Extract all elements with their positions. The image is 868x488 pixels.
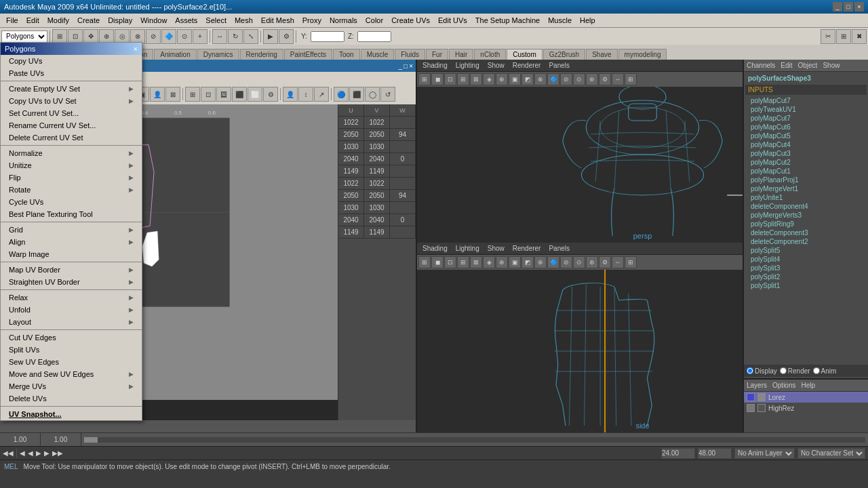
menu-mesh[interactable]: Mesh	[231, 16, 256, 25]
title-bar-controls[interactable]: _ □ ×	[833, 2, 864, 12]
polygons-menu-close-icon[interactable]: ×	[134, 45, 138, 53]
uv-tb-10[interactable]: ⚙	[263, 87, 278, 102]
menu-normals[interactable]: Normals	[326, 16, 361, 25]
ch-polySplit5[interactable]: polySplit5	[745, 246, 867, 255]
uv-tb-9[interactable]: ⬜	[248, 87, 262, 102]
ch-polyMapCut5[interactable]: polyMapCut5	[745, 131, 867, 140]
vp-bot-btn-15[interactable]: ⚙	[599, 256, 611, 268]
pb-next[interactable]: ▶	[44, 449, 50, 457]
uv-tb-scale2[interactable]: ↗	[314, 87, 329, 102]
uv-tb-img[interactable]: 🖼	[216, 87, 231, 102]
vp-top-btn-10[interactable]: ⊗	[534, 73, 547, 85]
vp-top-btn-17[interactable]: ⊞	[625, 73, 637, 85]
menu-paste-uvs[interactable]: Paste UVs	[1, 67, 142, 79]
menu-create[interactable]: Create	[74, 16, 103, 25]
vp-top-btn-12[interactable]: ⊘	[560, 73, 572, 85]
vp-top-btn-5[interactable]: ⊠	[470, 73, 482, 85]
vp-top-btn-9[interactable]: ◩	[521, 73, 534, 85]
z-input[interactable]	[357, 31, 391, 42]
vp-top-btn-6[interactable]: ◈	[483, 73, 495, 85]
menu-help[interactable]: Help	[576, 16, 599, 25]
ch-deleteComponent4[interactable]: deleteComponent4	[745, 202, 867, 211]
uv-tb-11[interactable]: 🔵	[334, 87, 349, 102]
tab-painteffects[interactable]: PaintEffects	[284, 49, 332, 60]
anim-radio[interactable]	[813, 367, 820, 374]
menu-grid[interactable]: Grid ▶	[1, 224, 142, 236]
tab-rendering[interactable]: Rendering	[240, 49, 283, 60]
menu-assets[interactable]: Assets	[172, 16, 201, 25]
menu-move-sew-uv-edges[interactable]: Move and Sew UV Edges ▶	[1, 368, 142, 380]
menu-rename-uvset[interactable]: Rename Current UV Set...	[1, 119, 142, 131]
close-button[interactable]: ×	[854, 2, 864, 12]
tab-shave[interactable]: Shave	[586, 49, 617, 60]
uv-editor-controls[interactable]: _ □ ×	[399, 62, 413, 70]
ch-header-channels[interactable]: Channels	[747, 62, 775, 69]
vp-top-btn-16[interactable]: ↔	[612, 73, 624, 85]
menu-cut-uv-edges[interactable]: Cut UV Edges	[1, 331, 142, 344]
vp-bot-btn-17[interactable]: ⊞	[625, 256, 637, 268]
menu-uv-snapshot[interactable]: UV Snapshot...	[1, 408, 142, 420]
menu-edit-mesh[interactable]: Edit Mesh	[258, 16, 298, 25]
vp-top-btn-14[interactable]: ⊛	[586, 73, 598, 85]
menu-delete-uvs[interactable]: Delete UVs	[1, 392, 142, 405]
vp-top-btn-1[interactable]: ⊞	[418, 73, 431, 85]
vp-bot-panels[interactable]: Panels	[546, 245, 572, 252]
menu-warp-image[interactable]: Warp Image	[1, 248, 142, 260]
y-input[interactable]	[311, 31, 344, 42]
layers-header-layers[interactable]: Layers	[747, 382, 767, 389]
tb-extra-2[interactable]: ⊞	[836, 29, 851, 44]
menu-cycle-uvs[interactable]: Cycle UVs	[1, 196, 142, 208]
tab-dynamics[interactable]: Dynamics	[197, 49, 239, 60]
ch-deleteComponent3[interactable]: deleteComponent3	[745, 228, 867, 237]
menu-edit-uvs[interactable]: Edit UVs	[435, 16, 471, 25]
vp-bot-btn-8[interactable]: ▣	[509, 256, 521, 268]
anim-layer-select[interactable]: No Anim Layer	[734, 448, 795, 459]
uv-tb-person2[interactable]: 👤	[283, 87, 298, 102]
ch-polyMapCut1[interactable]: polyMapCut1	[745, 167, 867, 176]
tb-extra-1[interactable]: ✂	[821, 29, 835, 44]
menu-split-uvs[interactable]: Split UVs	[1, 344, 142, 356]
tb-rotate[interactable]: ↻	[228, 29, 243, 44]
uv-editor-close[interactable]: ×	[409, 62, 413, 70]
ch-polyMapCut7[interactable]: polyMapCut7	[745, 96, 867, 105]
vp-bot-btn-6[interactable]: ◈	[483, 256, 495, 268]
layers-header-options[interactable]: Options	[772, 382, 795, 389]
polygons-menu-window[interactable]: Polygons × Copy UVs Paste UVs Create Emp…	[0, 42, 142, 421]
menu-create-empty-uvset[interactable]: Create Empty UV Set ▶	[1, 83, 142, 95]
menu-proxy[interactable]: Proxy	[299, 16, 325, 25]
tab-gz2brush[interactable]: Gz2Brush	[543, 49, 585, 60]
ch-polyUnite1[interactable]: polyUnite1	[745, 193, 867, 202]
menu-align[interactable]: Align ▶	[1, 236, 142, 248]
vp-bot-btn-16[interactable]: ↔	[612, 256, 624, 268]
vp-bot-btn-13[interactable]: ⊙	[573, 256, 585, 268]
tab-fur[interactable]: Fur	[426, 49, 448, 60]
menu-normalize[interactable]: Normalize ▶	[1, 147, 142, 159]
menu-merge-uvs[interactable]: Merge UVs ▶	[1, 380, 142, 392]
uv-tb-5[interactable]: ⊠	[165, 87, 180, 102]
vp-top-btn-3[interactable]: ⊡	[444, 73, 456, 85]
ch-polySplit2[interactable]: polySplit2	[745, 272, 867, 281]
layer-lorez[interactable]: Lorez	[744, 392, 868, 403]
uv-tb-move2[interactable]: ↕	[298, 87, 313, 102]
menu-set-current-uvset[interactable]: Set Current UV Set...	[1, 107, 142, 119]
menu-copy-uvs[interactable]: Copy UVs	[1, 55, 142, 67]
vp-top-show[interactable]: Show	[485, 62, 507, 69]
layers-header-help[interactable]: Help	[801, 382, 815, 389]
vp-top-renderer[interactable]: Renderer	[510, 62, 544, 69]
vp-bot-btn-3[interactable]: ⊡	[444, 256, 456, 268]
vp-bot-btn-9[interactable]: ◩	[521, 256, 534, 268]
vp-top-shading[interactable]: Shading	[420, 62, 450, 69]
menu-map-uv-border[interactable]: Map UV Border ▶	[1, 264, 142, 276]
menu-delete-uvset[interactable]: Delete Current UV Set	[1, 131, 142, 144]
display-radio-label[interactable]: Display	[747, 367, 777, 375]
vp-bot-btn-1[interactable]: ⊞	[418, 256, 431, 268]
uv-tb-undo[interactable]: ↺	[380, 87, 395, 102]
ch-polyTweakUV1[interactable]: polyTweakUV1	[745, 105, 867, 114]
menu-display[interactable]: Display	[104, 16, 136, 25]
pb-play[interactable]: ▶	[36, 449, 41, 457]
vp-top-btn-4[interactable]: ⊞	[457, 73, 469, 85]
vp-top-lighting[interactable]: Lighting	[453, 62, 482, 69]
vp-bot-btn-5[interactable]: ⊠	[470, 256, 482, 268]
vp-top-btn-13[interactable]: ⊙	[573, 73, 585, 85]
pb-start-input[interactable]	[661, 448, 695, 459]
